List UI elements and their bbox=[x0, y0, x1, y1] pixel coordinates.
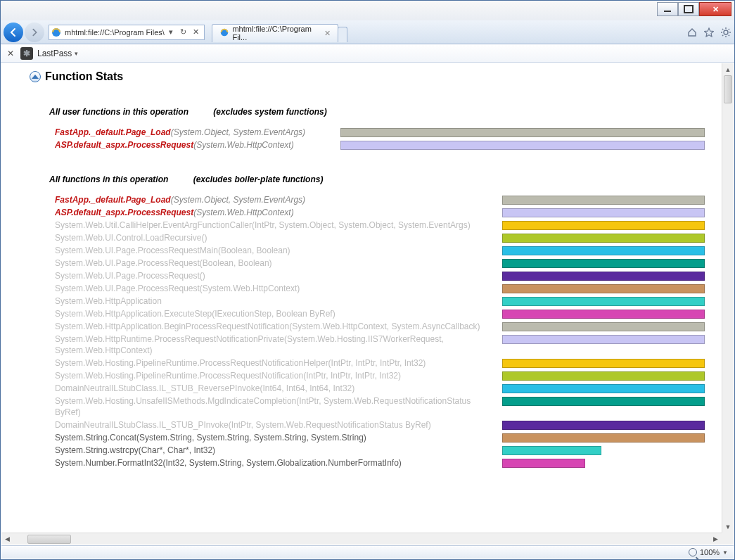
zoom-level[interactable]: 100% bbox=[700, 548, 720, 556]
maximize-button[interactable] bbox=[678, 2, 699, 16]
home-icon[interactable] bbox=[686, 27, 698, 38]
refresh-icon[interactable]: ↻ bbox=[177, 26, 190, 39]
function-label[interactable]: FastApp._default.Page_Load(System.Object… bbox=[55, 194, 502, 205]
function-label[interactable]: DomainNeutralILStubClass.IL_STUB_PInvoke… bbox=[55, 419, 502, 431]
function-row: System.Web.HttpRuntime.ProcessRequestNot… bbox=[55, 333, 705, 356]
hscroll-thumb[interactable] bbox=[27, 535, 71, 544]
function-label[interactable]: System.Web.Hosting.PipelineRuntime.Proce… bbox=[55, 370, 502, 381]
lastpass-dropdown-icon[interactable]: ▾ bbox=[75, 50, 78, 57]
time-bar bbox=[502, 322, 705, 331]
svg-line-10 bbox=[722, 34, 723, 35]
function-row: System.Web.UI.Page.ProcessRequest(System… bbox=[55, 283, 705, 294]
function-label[interactable]: DomainNeutralILStubClass.IL_STUB_Reverse… bbox=[55, 383, 502, 394]
time-bar bbox=[502, 359, 705, 368]
title-bar bbox=[1, 1, 734, 20]
horizontal-scrollbar[interactable]: ◀ ▶ bbox=[1, 533, 722, 545]
stop-icon[interactable]: ✕ bbox=[190, 26, 203, 39]
function-row: FastApp._default.Page_Load(System.Object… bbox=[55, 127, 705, 138]
function-row: ASP.default_aspx.ProcessRequest(System.W… bbox=[55, 207, 705, 218]
function-label[interactable]: System.Web.UI.Page.ProcessRequest(System… bbox=[55, 283, 502, 294]
function-label[interactable]: System.Web.Hosting.PipelineRuntime.Proce… bbox=[55, 357, 502, 369]
function-row: System.Web.Hosting.PipelineRuntime.Proce… bbox=[55, 357, 705, 369]
function-row: System.Web.HttpApplication bbox=[55, 295, 705, 307]
address-text: mhtml:file://C:\Program Files\ bbox=[65, 28, 165, 37]
time-bar bbox=[502, 234, 705, 243]
tab-strip: mhtml:file://C:\Program Fil... ✕ bbox=[212, 23, 347, 42]
zoom-icon[interactable] bbox=[689, 548, 697, 556]
time-bar bbox=[502, 421, 705, 430]
time-bar bbox=[502, 310, 705, 319]
user-functions-table: FastApp._default.Page_Load(System.Object… bbox=[55, 127, 705, 151]
tab-label: mhtml:file://C:\Program Fil... bbox=[232, 25, 319, 42]
function-label[interactable]: System.String.Concat(System.String, Syst… bbox=[55, 432, 502, 443]
function-row: ASP.default_aspx.ProcessRequest(System.W… bbox=[55, 139, 705, 151]
tab-close-icon[interactable]: ✕ bbox=[324, 29, 331, 38]
zoom-dropdown-icon[interactable]: ▼ bbox=[722, 549, 728, 556]
function-label[interactable]: System.Web.Util.CalliHelper.EventArgFunc… bbox=[55, 219, 502, 231]
forward-button[interactable] bbox=[25, 23, 44, 42]
time-bar bbox=[502, 433, 705, 443]
function-label[interactable]: System.Web.HttpApplication.ExecuteStep(I… bbox=[55, 308, 502, 319]
function-label[interactable]: ASP.default_aspx.ProcessRequest(System.W… bbox=[55, 207, 502, 218]
time-bar bbox=[502, 259, 705, 268]
status-bar: 100% ▼ bbox=[1, 545, 734, 559]
function-label[interactable]: System.Web.UI.Page.ProcessRequest() bbox=[55, 270, 502, 281]
function-label[interactable]: ASP.default_aspx.ProcessRequest(System.W… bbox=[55, 139, 340, 151]
time-bar bbox=[502, 284, 705, 293]
function-row: System.Web.UI.Page.ProcessRequest(Boolea… bbox=[55, 257, 705, 269]
function-label[interactable]: System.Web.UI.Control.LoadRecursive() bbox=[55, 232, 502, 243]
svg-line-8 bbox=[729, 34, 729, 35]
block-all-title: All functions in this operation (exclude… bbox=[49, 174, 705, 184]
time-bar bbox=[502, 297, 705, 306]
function-label[interactable]: System.Number.FormatInt32(Int32, System.… bbox=[55, 457, 502, 469]
arrow-left-icon bbox=[8, 27, 18, 37]
extension-bar-close[interactable]: ✕ bbox=[5, 49, 16, 58]
collapse-toggle-icon[interactable] bbox=[30, 71, 41, 82]
function-label[interactable]: System.Web.HttpApplication.BeginProcessR… bbox=[55, 321, 502, 332]
time-bar bbox=[502, 397, 705, 406]
time-bar bbox=[502, 272, 705, 281]
scroll-down-icon[interactable]: ▼ bbox=[722, 521, 734, 533]
function-label[interactable]: System.Web.HttpApplication bbox=[55, 295, 502, 307]
new-tab-button[interactable] bbox=[338, 27, 347, 42]
time-bar bbox=[502, 335, 705, 344]
favorites-icon[interactable] bbox=[703, 27, 715, 38]
function-label[interactable]: System.Web.UI.Page.ProcessRequest(Boolea… bbox=[55, 257, 502, 269]
time-bar bbox=[502, 371, 705, 381]
svg-line-9 bbox=[729, 29, 729, 30]
function-label[interactable]: System.Web.UI.Page.ProcessRequestMain(Bo… bbox=[55, 245, 502, 256]
time-bar bbox=[340, 128, 705, 137]
function-row: System.Web.UI.Page.ProcessRequest() bbox=[55, 270, 705, 281]
scroll-thumb[interactable] bbox=[724, 75, 732, 103]
function-row: System.String.Concat(System.String, Syst… bbox=[55, 432, 705, 443]
lastpass-icon[interactable]: ✱ bbox=[20, 47, 33, 60]
vertical-scrollbar[interactable]: ▲ ▼ bbox=[722, 63, 734, 533]
time-bar bbox=[502, 246, 705, 255]
scroll-right-icon[interactable]: ▶ bbox=[710, 535, 722, 542]
tools-icon[interactable] bbox=[720, 27, 731, 38]
close-button[interactable] bbox=[699, 2, 731, 16]
back-button[interactable] bbox=[4, 23, 23, 42]
extension-bar: ✕ ✱ LastPass ▾ bbox=[1, 44, 734, 63]
lastpass-label[interactable]: LastPass bbox=[37, 49, 72, 58]
address-bar[interactable]: mhtml:file://C:\Program Files\ ▾ ↻ ✕ bbox=[49, 25, 205, 40]
block-user-title: All user functions in this operation (ex… bbox=[49, 107, 705, 117]
function-row: System.Number.FormatInt32(Int32, System.… bbox=[55, 457, 705, 469]
minimize-button[interactable] bbox=[657, 2, 678, 16]
time-bar bbox=[502, 459, 585, 468]
function-label[interactable]: System.Web.Hosting.UnsafeIISMethods.MgdI… bbox=[55, 395, 502, 418]
function-label[interactable]: System.String.wstrcpy(Char*, Char*, Int3… bbox=[55, 445, 502, 456]
function-row: System.Web.UI.Control.LoadRecursive() bbox=[55, 232, 705, 243]
scroll-up-icon[interactable]: ▲ bbox=[722, 63, 734, 75]
dropdown-icon[interactable]: ▾ bbox=[165, 26, 177, 39]
time-bar bbox=[502, 221, 705, 230]
time-bar bbox=[502, 384, 705, 393]
function-label[interactable]: System.Web.HttpRuntime.ProcessRequestNot… bbox=[55, 333, 502, 356]
scroll-left-icon[interactable]: ◀ bbox=[1, 535, 13, 542]
function-label[interactable]: FastApp._default.Page_Load(System.Object… bbox=[55, 127, 340, 138]
ie-logo-icon bbox=[51, 27, 62, 38]
tab-current[interactable]: mhtml:file://C:\Program Fil... ✕ bbox=[212, 24, 338, 42]
arrow-right-icon bbox=[30, 28, 39, 37]
function-row: DomainNeutralILStubClass.IL_STUB_Reverse… bbox=[55, 383, 705, 394]
browser-toolbar: mhtml:file://C:\Program Files\ ▾ ↻ ✕ mht… bbox=[1, 20, 734, 44]
